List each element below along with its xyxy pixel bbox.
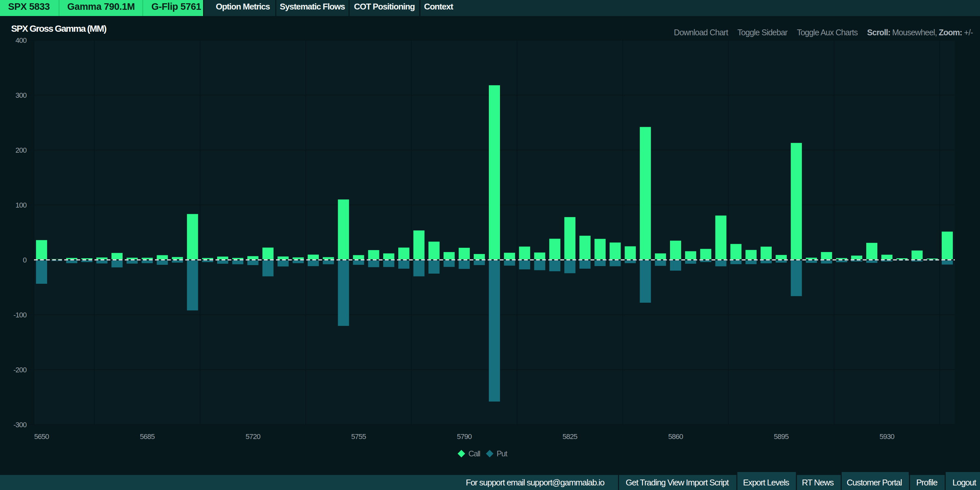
svg-text:5930: 5930 bbox=[880, 433, 895, 441]
svg-text:5650: 5650 bbox=[34, 433, 49, 441]
svg-text:5790: 5790 bbox=[457, 433, 472, 441]
svg-text:5720: 5720 bbox=[246, 433, 261, 441]
svg-text:Call: Call bbox=[469, 449, 480, 458]
svg-text:0: 0 bbox=[23, 256, 27, 264]
svg-text:-300: -300 bbox=[13, 421, 27, 429]
svg-text:5860: 5860 bbox=[668, 433, 683, 441]
svg-text:5825: 5825 bbox=[562, 433, 578, 441]
svg-text:5685: 5685 bbox=[140, 433, 155, 441]
svg-text:-100: -100 bbox=[13, 311, 27, 319]
svg-text:400: 400 bbox=[15, 36, 27, 45]
svg-text:200: 200 bbox=[15, 146, 27, 154]
svg-text:Put: Put bbox=[497, 449, 508, 458]
svg-text:-200: -200 bbox=[13, 366, 27, 374]
svg-text:5895: 5895 bbox=[774, 433, 789, 441]
svg-text:5755: 5755 bbox=[351, 433, 366, 441]
svg-text:100: 100 bbox=[15, 201, 27, 209]
svg-text:300: 300 bbox=[15, 91, 27, 99]
